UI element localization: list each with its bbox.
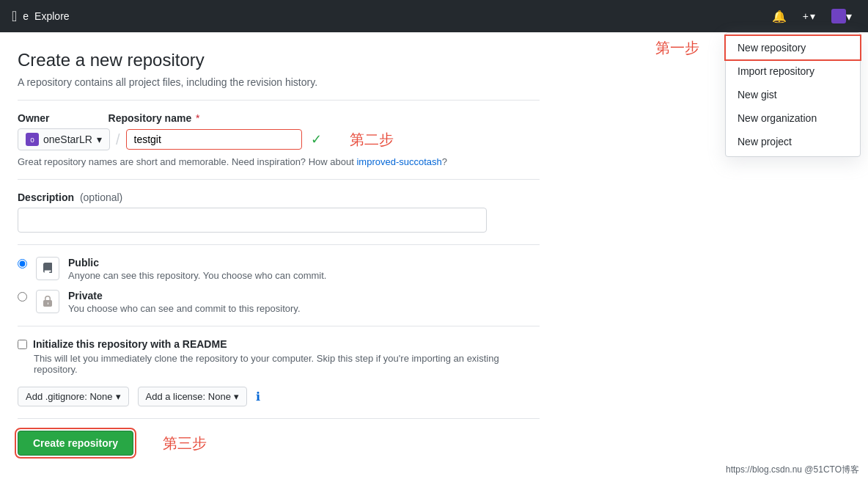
plus-chevron-icon: ▾ [810, 10, 815, 22]
owner-avatar: o [26, 133, 39, 146]
menu-item-new-organization[interactable]: New organization [726, 106, 860, 130]
main-content: Create a new repository A repository con… [0, 32, 557, 473]
description-optional: (optional) [80, 191, 122, 203]
dropdown-menu: New repository Import repository New gis… [725, 32, 861, 157]
page-title: Create a new repository [18, 50, 540, 70]
user-avatar-icon [831, 9, 846, 23]
license-chevron-icon: ▾ [234, 391, 239, 402]
user-chevron-icon: ▾ [846, 10, 852, 23]
private-icon [36, 290, 59, 313]
private-label: Private [68, 290, 301, 302]
private-desc: You choose who can see and commit to thi… [68, 303, 301, 314]
private-text: Private You choose who can see and commi… [68, 290, 301, 314]
public-label: Public [68, 257, 326, 269]
repo-name-hint: Great repository names are short and mem… [18, 156, 540, 167]
create-menu-button[interactable]: + ▾ [797, 7, 821, 25]
owner-label: Owner [18, 112, 50, 124]
public-icon [36, 257, 59, 280]
gitignore-select[interactable]: Add .gitignore: None ▾ [18, 387, 129, 406]
plus-dropdown: New repository Import repository New gis… [725, 32, 861, 157]
info-icon[interactable]: ℹ [256, 390, 260, 404]
slash-separator: / [116, 131, 120, 148]
menu-item-new-gist[interactable]: New gist [726, 83, 860, 106]
public-desc: Anyone can see this repository. You choo… [68, 270, 326, 281]
navbar-explore-label[interactable]: Explore [34, 10, 69, 22]
readme-checkbox-group: Initialize this repository with a README… [18, 338, 540, 375]
owner-select[interactable]: o oneStarLR ▾ [18, 128, 110, 150]
public-radio[interactable] [18, 259, 27, 269]
divider-after-owner [18, 179, 540, 180]
repo-name-required: * [196, 112, 199, 124]
menu-item-import-repository[interactable]: Import repository [726, 59, 860, 83]
navbar:  e Explore 🔔 + ▾ ▾ New repository Impor… [0, 0, 868, 32]
user-menu-button[interactable]: ▾ [827, 6, 856, 26]
hint-link[interactable]: improved-succotash [356, 156, 441, 167]
private-radio[interactable] [18, 292, 27, 302]
repo-name-input[interactable] [126, 129, 302, 150]
github-logo:  [12, 8, 17, 25]
readme-checkbox-row: Initialize this repository with a README [18, 338, 540, 350]
description-label-row: Description (optional) [18, 191, 540, 203]
license-select[interactable]: Add a license: None ▾ [138, 387, 247, 406]
plus-icon: + [803, 10, 809, 22]
menu-item-new-repository[interactable]: New repository [726, 36, 860, 59]
page-subtitle: A repository contains all project files,… [18, 76, 540, 88]
navbar-brand:  e Explore [12, 8, 70, 25]
footer-url: https://blog.csdn.nu @51CTO博客 [726, 464, 859, 473]
owner-chevron-icon: ▾ [97, 134, 102, 145]
addon-dropdowns-row: Add .gitignore: None ▾ Add a license: No… [18, 387, 540, 406]
description-label: Description [18, 191, 74, 203]
owner-name: oneStarLR [43, 134, 92, 145]
visibility-radio-group: Public Anyone can see this repository. Y… [18, 257, 540, 314]
repo-name-valid-icon: ✓ [311, 131, 322, 147]
owner-repo-row: o oneStarLR ▾ / ✓ 第二步 [18, 128, 540, 150]
public-option: Public Anyone can see this repository. Y… [18, 257, 540, 281]
readme-desc: This will let you immediately clone the … [34, 353, 540, 375]
field-labels-row: Owner Repository name * [18, 112, 540, 124]
repo-name-label: Repository name [108, 112, 192, 124]
divider-before-create [18, 418, 540, 419]
navbar-right: 🔔 + ▾ ▾ [768, 6, 856, 26]
divider-top [18, 100, 540, 101]
license-label: Add a license: None [146, 391, 231, 402]
step3-annotation: 第三步 [163, 434, 207, 453]
readme-label: Initialize this repository with a README [33, 338, 227, 350]
description-input[interactable] [18, 208, 487, 233]
divider-after-description [18, 244, 540, 245]
gitignore-chevron-icon: ▾ [116, 391, 121, 402]
notifications-button[interactable]: 🔔 [768, 7, 791, 26]
navbar-site-label: e [23, 10, 29, 22]
divider-after-visibility [18, 326, 540, 326]
create-row: Create repository 第三步 [18, 431, 540, 456]
readme-checkbox[interactable] [18, 340, 27, 349]
description-group: Description (optional) [18, 191, 540, 233]
private-option: Private You choose who can see and commi… [18, 290, 540, 314]
step1-annotation: 第一步 [655, 38, 699, 58]
menu-item-new-project[interactable]: New project [726, 130, 860, 153]
create-repository-button[interactable]: Create repository [18, 431, 133, 456]
public-text: Public Anyone can see this repository. Y… [68, 257, 326, 281]
gitignore-label: Add .gitignore: None [26, 391, 113, 402]
step2-annotation: 第二步 [350, 130, 394, 150]
